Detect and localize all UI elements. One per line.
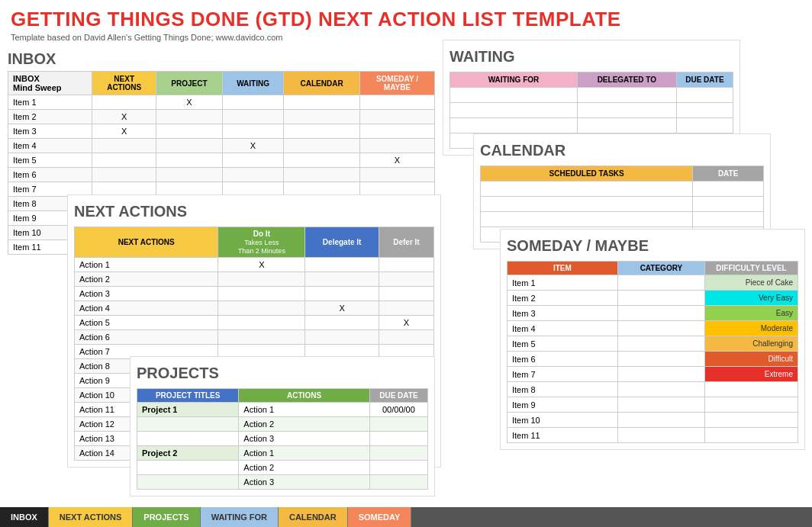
someday-row: Item 11 <box>508 428 798 443</box>
na-delegate <box>305 316 379 330</box>
wait-delegated <box>577 103 676 118</box>
proj-title <box>137 432 239 446</box>
cal-task <box>481 182 693 197</box>
cal-task <box>481 212 693 227</box>
inbox-calendar <box>284 124 360 139</box>
wait-due <box>676 103 733 118</box>
someday-difficulty: Easy <box>705 306 798 321</box>
someday-difficulty <box>705 413 798 428</box>
someday-category <box>617 321 704 336</box>
na-delegate <box>305 287 379 301</box>
someday-difficulty: Piece of Cake <box>705 275 798 291</box>
inbox-row: Item 4 X <box>8 139 435 153</box>
someday-category <box>617 352 704 367</box>
someday-difficulty: Extreme <box>705 367 798 382</box>
wait-for <box>450 118 578 133</box>
inbox-waiting <box>222 110 283 124</box>
inbox-row: Item 5 X <box>8 153 435 168</box>
inbox-waiting <box>222 168 283 182</box>
na-row: Action 3 <box>75 287 434 301</box>
na-row: Action 1 X <box>75 258 434 272</box>
someday-row: Item 9 <box>508 397 798 413</box>
someday-row: Item 7 Extreme <box>508 367 798 382</box>
proj-action: Action 3 <box>239 475 369 490</box>
someday-category <box>617 397 704 413</box>
cal-header-date: DATE <box>693 166 764 182</box>
wait-due <box>676 88 733 103</box>
wait-header-for: WAITING FOR <box>450 72 578 88</box>
inbox-calendar <box>284 110 360 124</box>
na-label: Action 3 <box>75 287 218 301</box>
inbox-someday <box>359 124 434 139</box>
someday-item: Item 11 <box>508 428 618 443</box>
someday-category <box>617 336 704 352</box>
na-doit <box>218 287 305 301</box>
projects-section: PROJECTS PROJECT TITLES ACTIONS DUE DATE… <box>130 356 435 496</box>
someday-item: Item 3 <box>508 306 618 321</box>
calendar-title: CALENDAR <box>480 139 764 162</box>
someday-difficulty: Difficult <box>705 352 798 367</box>
wait-header-due: DUE DATE <box>676 72 733 88</box>
inbox-row: Item 1 X <box>8 95 435 110</box>
wait-due <box>676 118 733 133</box>
na-label: Action 5 <box>75 316 218 330</box>
someday-item: Item 10 <box>508 413 618 428</box>
tab-projects[interactable]: PROJECTS <box>133 507 200 527</box>
inbox-project <box>156 124 222 139</box>
someday-category <box>617 428 704 443</box>
someday-header-item: ITEM <box>508 262 618 275</box>
proj-due <box>369 475 427 490</box>
someday-difficulty <box>705 428 798 443</box>
proj-action: Action 3 <box>239 432 369 446</box>
inbox-next <box>92 95 156 110</box>
inbox-project <box>156 110 222 124</box>
someday-row: Item 8 <box>508 382 798 397</box>
tab-waiting-for[interactable]: WAITING FOR <box>201 507 279 527</box>
inbox-calendar <box>284 139 360 153</box>
cal-date <box>693 212 764 227</box>
inbox-project <box>156 139 222 153</box>
waiting-row <box>450 103 733 118</box>
na-defer <box>379 272 433 287</box>
proj-header-actions: ACTIONS <box>239 389 369 403</box>
tab-someday[interactable]: SOMEDAY <box>348 507 412 527</box>
someday-item: Item 4 <box>508 321 618 336</box>
proj-row: Action 3 <box>137 475 428 490</box>
tab-next-actions[interactable]: NEXT ACTIONS <box>49 507 134 527</box>
inbox-next <box>92 168 156 182</box>
cal-date <box>693 197 764 212</box>
cal-header-tasks: SCHEDULED TASKS <box>481 166 693 182</box>
inbox-waiting: X <box>222 139 283 153</box>
inbox-header-next: NEXTACTIONS <box>92 72 156 95</box>
na-delegate <box>305 272 379 287</box>
someday-category <box>617 275 704 291</box>
waiting-row <box>450 118 733 133</box>
na-defer: X <box>379 316 433 330</box>
inbox-label: Item 1 <box>8 95 92 110</box>
na-label: Action 6 <box>75 330 218 345</box>
someday-category <box>617 382 704 397</box>
tab-inbox[interactable]: INBOX <box>0 507 49 527</box>
someday-difficulty: Moderate <box>705 321 798 336</box>
proj-row: Action 2 <box>137 461 428 475</box>
na-defer <box>379 301 433 316</box>
na-header-delegate: Delegate It <box>305 227 379 258</box>
na-label: Action 4 <box>75 301 218 316</box>
inbox-label: Item 4 <box>8 139 92 153</box>
na-delegate: X <box>305 301 379 316</box>
someday-item: Item 7 <box>508 367 618 382</box>
projects-title: PROJECTS <box>137 362 428 385</box>
someday-header-diff: DIFFICULTY LEVEL <box>705 262 798 275</box>
inbox-header-inbox: INBOXMind Sweep <box>8 72 92 95</box>
someday-row: Item 10 <box>508 413 798 428</box>
na-defer <box>379 287 433 301</box>
someday-item: Item 9 <box>508 397 618 413</box>
inbox-next <box>92 153 156 168</box>
tab-calendar[interactable]: CALENDAR <box>279 507 348 527</box>
na-header-doit: Do ItTakes LessThan 2 Minutes <box>218 227 305 258</box>
proj-due <box>369 446 427 461</box>
inbox-calendar <box>284 153 360 168</box>
cal-task <box>481 197 693 212</box>
wait-for <box>450 103 578 118</box>
someday-header-cat: CATEGORY <box>617 262 704 275</box>
